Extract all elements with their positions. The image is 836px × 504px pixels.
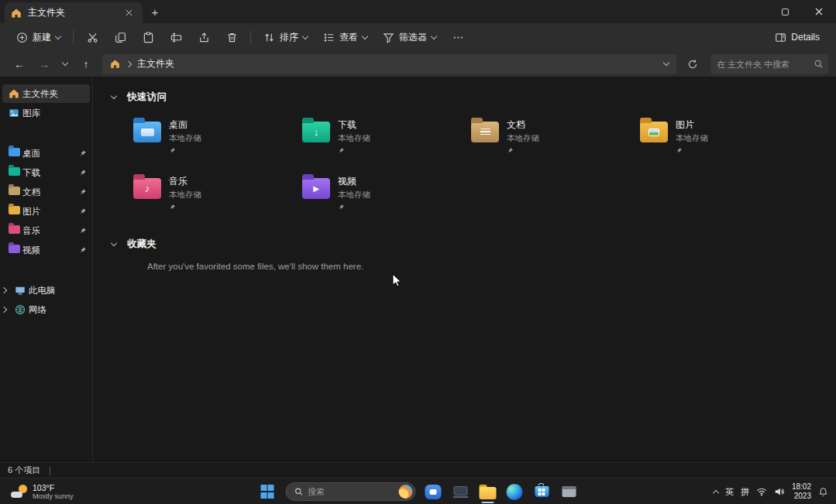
laptop-icon [452,486,468,498]
pin-icon [169,147,176,154]
store-button[interactable] [530,480,553,503]
content-pane: 快速访问 桌面 本地存储 ↓ 下载 本地存储 [93,77,836,462]
navigation-pane: 主文件夹 图库 桌面 下载 文档 [0,77,93,462]
refresh-button[interactable] [681,53,704,75]
new-button[interactable]: 新建 [9,26,67,49]
sidebar-item-music[interactable]: 音乐 [2,221,90,240]
recent-locations-button[interactable] [57,53,73,75]
expand-chevron-icon[interactable] [1,287,7,293]
new-tab-button[interactable]: + [147,4,163,19]
volume-icon[interactable] [774,486,785,497]
rename-icon [170,32,182,43]
edge-button[interactable] [503,480,526,503]
clock[interactable]: 18:02 2023 [792,482,811,502]
section-quick-access[interactable]: 快速访问 [112,88,836,105]
explorer-tab[interactable]: 主文件夹 [5,2,143,23]
weather-widget[interactable]: 103°F Mostly sunny [5,478,80,504]
maximize-button[interactable] [768,0,802,23]
tab-title: 主文件夹 [28,6,115,19]
filter-button[interactable]: 筛选器 [376,26,443,49]
rename-button[interactable] [163,26,189,49]
window-body: 主文件夹 图库 桌面 下载 文档 [0,77,836,462]
breadcrumb-segment[interactable]: 主文件夹 [137,57,174,70]
view-button[interactable]: 查看 [316,26,374,49]
weather-condition: Mostly sunny [33,492,74,500]
start-button[interactable] [256,480,279,503]
mouse-cursor [392,273,403,289]
weather-temp: 103°F [33,483,74,492]
tab-close-icon[interactable] [121,5,136,21]
sidebar-item-documents[interactable]: 文档 [2,183,90,201]
notification-bell-icon[interactable] [818,487,828,497]
tile-documents[interactable]: 文档 本地存储 [466,113,635,157]
sidebar-item-pictures[interactable]: 图片 [2,202,90,221]
address-breadcrumb[interactable]: 主文件夹 [102,54,676,74]
hidden-icons-chevron[interactable] [713,489,719,495]
documents-folder-icon [9,187,20,195]
collapse-chevron-icon[interactable] [111,239,117,245]
sidebar-item-downloads[interactable]: 下载 [2,163,90,182]
more-options-button[interactable] [445,26,471,49]
taskbar-search[interactable] [285,482,415,501]
details-button[interactable]: Details [768,26,827,49]
delete-icon [226,32,238,43]
chevron-down-icon [431,33,437,39]
sidebar-item-videos[interactable]: 视频 [2,241,90,259]
file-explorer-icon [479,487,496,499]
tile-name: 视频 [338,175,370,188]
chevron-down-icon [62,60,68,66]
tile-subtitle: 本地存储 [169,133,201,144]
search-highlight-icon[interactable] [398,485,412,499]
back-button[interactable]: ← [8,53,31,75]
app-window-button[interactable] [557,480,580,503]
taskbar-search-input[interactable] [308,487,394,496]
sidebar-item-label: 主文件夹 [22,88,58,100]
tile-downloads[interactable]: ↓ 下载 本地存储 [298,113,466,157]
system-device-icon[interactable] [449,480,472,503]
sidebar-item-home[interactable]: 主文件夹 [2,84,90,103]
file-explorer-button[interactable] [476,480,499,503]
search-box[interactable] [710,54,828,74]
sidebar-item-gallery[interactable]: 图库 [2,104,90,122]
chat-icon[interactable] [421,480,445,503]
section-favorites[interactable]: 收藏夹 [112,235,836,252]
sort-button[interactable]: 排序 [256,26,315,49]
cut-button[interactable] [79,26,105,49]
view-label: 查看 [339,31,358,44]
address-bar-row: ← → ↑ 主文件夹 [0,51,836,77]
paste-button[interactable] [135,26,161,49]
tile-pictures[interactable]: 图片 本地存储 [635,113,804,157]
ime-language-indicator[interactable]: 英 [725,486,734,498]
tile-name: 图片 [676,118,708,132]
forward-button[interactable]: → [33,53,56,75]
address-dropdown-icon[interactable] [663,60,669,66]
chevron-down-icon [302,33,308,39]
tile-videos[interactable]: ▶ 视频 本地存储 [298,170,466,214]
tile-name: 音乐 [169,175,201,188]
delete-button[interactable] [218,26,245,49]
tile-meta: 音乐 本地存储 [169,173,201,211]
copy-button[interactable] [107,26,133,49]
collapse-chevron-icon[interactable] [111,92,117,98]
sidebar-item-network[interactable]: 网络 [9,300,90,319]
tile-name: 桌面 [169,118,201,132]
expand-chevron-icon[interactable] [1,307,7,313]
ime-mode-indicator[interactable]: 拼 [741,486,749,498]
downloads-folder-icon [9,167,20,176]
weather-text: 103°F Mostly sunny [33,483,74,500]
network-icon[interactable] [756,486,767,497]
pin-icon [79,149,87,157]
search-input[interactable] [717,60,814,69]
close-button[interactable] [802,0,836,23]
tile-desktop[interactable]: 桌面 本地存储 [129,113,298,157]
titlebar: 主文件夹 + [0,0,836,23]
sidebar-item-desktop[interactable]: 桌面 [2,144,90,163]
sidebar-item-this-pc[interactable]: 此电脑 [9,281,90,300]
sidebar-item-label: 桌面 [22,148,40,159]
share-button[interactable] [191,26,217,49]
up-button[interactable]: ↑ [74,53,98,75]
tile-music[interactable]: ♪ 音乐 本地存储 [129,170,298,214]
new-label: 新建 [33,31,51,44]
tile-name: 文档 [507,118,539,132]
photo-glyph [649,129,659,136]
